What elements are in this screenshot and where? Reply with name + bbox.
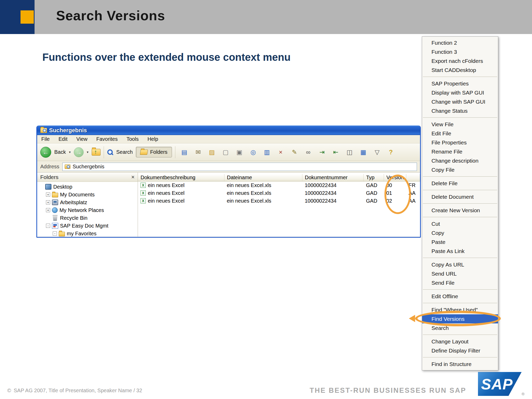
sap-tagline: THE BEST-RUN BUSINESSES RUN SAP bbox=[310, 387, 466, 395]
new-folder-icon[interactable]: ▨ bbox=[208, 148, 216, 156]
address-input[interactable]: Suchergebnis bbox=[62, 163, 417, 171]
menu-separator bbox=[423, 335, 497, 335]
context-menu-item-export-nach-cfolders[interactable]: Export nach cFolders bbox=[422, 56, 498, 65]
context-menu-item-paste[interactable]: Paste bbox=[422, 237, 498, 247]
context-menu-item-change-layout[interactable]: Change Layout bbox=[422, 337, 498, 346]
collapse-icon[interactable]: - bbox=[46, 224, 50, 228]
up-folder-icon[interactable] bbox=[92, 149, 101, 156]
expand-icon[interactable]: + bbox=[46, 192, 50, 197]
tree-item-my-network-places[interactable]: +My Network Places bbox=[37, 206, 138, 214]
context-menu-item-file-properties[interactable]: File Properties bbox=[422, 138, 498, 147]
table-row[interactable]: ein neues Excelein neues Excel.xls100000… bbox=[138, 181, 420, 189]
excel-file-icon bbox=[141, 190, 146, 196]
toolbar-icons: ▤✉▨▢▣◎▥×✎∞⇥⇤◫▦▽? bbox=[181, 148, 395, 156]
filter-icon[interactable]: ▽ bbox=[373, 148, 381, 156]
column-header-typ[interactable]: Typ bbox=[363, 174, 384, 181]
context-menu-item-copy-as-url[interactable]: Copy As URL bbox=[422, 260, 498, 269]
tree-item-desktop[interactable]: Desktop bbox=[37, 183, 138, 191]
tree-item-recycle-bin[interactable]: Recycle Bin bbox=[37, 214, 138, 222]
context-menu-item-delete-file[interactable]: Delete File bbox=[422, 179, 498, 188]
forward-icon[interactable]: → bbox=[74, 147, 84, 157]
preview-icon[interactable]: ◎ bbox=[249, 148, 257, 156]
column-header-extra[interactable] bbox=[406, 174, 420, 181]
context-menu-item-delete-document[interactable]: Delete Document bbox=[422, 192, 498, 201]
folders-button[interactable]: Folders bbox=[136, 147, 172, 157]
sapdoc-icon bbox=[52, 223, 58, 229]
context-menu-item-cut[interactable]: Cut bbox=[422, 219, 498, 228]
delete-icon[interactable]: × bbox=[277, 148, 285, 156]
back-dropdown-icon[interactable]: ▾ bbox=[69, 150, 71, 154]
context-menu-item-edit-offline[interactable]: Edit Offline bbox=[422, 292, 498, 301]
search-icon[interactable] bbox=[107, 149, 113, 155]
context-menu-item-copy[interactable]: Copy bbox=[422, 228, 498, 237]
back-arrow-glyph: ← bbox=[43, 149, 49, 156]
window-titlebar[interactable]: Suchergebnis bbox=[37, 125, 420, 135]
document-description: ein neues Excel bbox=[148, 190, 184, 196]
context-menu-item-copy-file[interactable]: Copy File bbox=[422, 165, 498, 174]
table-cell: 10000022434 bbox=[302, 189, 363, 197]
collapse-icon[interactable]: - bbox=[53, 231, 57, 236]
address-value: Suchergebnis bbox=[72, 164, 104, 170]
tree-label: My Network Places bbox=[59, 207, 104, 213]
menu-favorites[interactable]: Favorites bbox=[96, 136, 118, 142]
expand-icon[interactable]: + bbox=[46, 208, 50, 212]
close-icon[interactable]: × bbox=[131, 174, 135, 180]
tree-label: my Favorites bbox=[67, 231, 96, 237]
document-description: ein neues Excel bbox=[148, 198, 184, 204]
tree-item-my-documents[interactable]: +My Documents bbox=[37, 191, 138, 198]
context-menu-item-start-caddesktop[interactable]: Start CADDesktop bbox=[422, 65, 498, 75]
table-cell: 10000022434 bbox=[302, 181, 363, 189]
context-menu-item-display-with-sap-gui[interactable]: Display with SAP GUI bbox=[422, 88, 498, 97]
context-menu-item-define-display-filter[interactable]: Define Display Filter bbox=[422, 346, 498, 355]
table-row[interactable]: ein neues Excelein neues Excel.xls100000… bbox=[138, 189, 420, 197]
context-menu-item-change-with-sap-gui[interactable]: Change with SAP GUI bbox=[422, 97, 498, 106]
context-menu-item-paste-as-link[interactable]: Paste As Link bbox=[422, 247, 498, 256]
context-menu-item-send-file[interactable]: Send File bbox=[422, 278, 498, 287]
easy-doc-icon[interactable]: ▤ bbox=[181, 148, 188, 156]
context-menu-item-rename-file[interactable]: Rename File bbox=[422, 147, 498, 156]
save-icon[interactable]: ◫ bbox=[346, 148, 354, 156]
checkin-icon[interactable]: ⇤ bbox=[332, 148, 340, 156]
menu-edit[interactable]: Edit bbox=[58, 136, 67, 142]
forward-dropdown-icon[interactable]: ▾ bbox=[87, 150, 89, 154]
context-menu-item-send-url[interactable]: Send URL bbox=[422, 269, 498, 278]
copy-document-icon[interactable]: ▣ bbox=[236, 148, 243, 156]
context-menu-item-change-status[interactable]: Change Status bbox=[422, 106, 498, 115]
menu-file[interactable]: File bbox=[41, 136, 50, 142]
layout-icon[interactable]: ▦ bbox=[360, 148, 367, 156]
help-icon[interactable]: ? bbox=[387, 148, 395, 156]
context-menu-item-sap-properties[interactable]: SAP Properties bbox=[422, 79, 498, 88]
column-header-dokumentbeschreibung[interactable]: Dokumentbeschreibung bbox=[138, 174, 224, 181]
address-search-folder-icon bbox=[65, 164, 70, 169]
context-menu-item-function-3[interactable]: Function 3 bbox=[422, 47, 498, 56]
tree-item-sap-easy-doc-mgmt[interactable]: -SAP Easy Doc Mgmt bbox=[37, 222, 138, 230]
back-button-label[interactable]: Back bbox=[54, 149, 66, 155]
column-header-dateiname[interactable]: Dateiname bbox=[224, 174, 302, 181]
context-menu-item-view-file[interactable]: View File bbox=[422, 120, 498, 129]
table-cell: ein neues Excel.xls bbox=[224, 197, 302, 205]
version-highlight-ellipse bbox=[384, 175, 411, 214]
tree-item-arbeitsplatz[interactable]: +Arbeitsplatz bbox=[37, 198, 138, 206]
search-button-label[interactable]: Search bbox=[116, 149, 133, 155]
expand-icon[interactable]: + bbox=[46, 200, 50, 204]
excel-file-icon bbox=[141, 183, 146, 188]
context-menu-item-create-new-version[interactable]: Create New Version bbox=[422, 206, 498, 215]
computer-icon bbox=[52, 200, 58, 205]
back-icon[interactable]: ← bbox=[40, 147, 51, 158]
versions-icon[interactable]: ▥ bbox=[263, 148, 271, 156]
context-menu-item-change-description[interactable]: Change description bbox=[422, 156, 498, 165]
new-document-icon[interactable]: ▢ bbox=[222, 148, 230, 156]
edit-icon[interactable]: ✎ bbox=[291, 148, 298, 156]
menu-view[interactable]: View bbox=[76, 136, 88, 142]
checkout-icon[interactable]: ⇥ bbox=[318, 148, 326, 156]
table-row[interactable]: ein neues Excelein neues Excel.xls100000… bbox=[138, 197, 420, 205]
link-icon[interactable]: ∞ bbox=[304, 148, 312, 156]
menu-tools[interactable]: Tools bbox=[127, 136, 139, 142]
context-menu-item-find-in-structure[interactable]: Find in Structure bbox=[422, 360, 498, 369]
column-header-dokumentnummer[interactable]: Dokumentnummer bbox=[302, 174, 363, 181]
menu-help[interactable]: Help bbox=[148, 136, 158, 142]
context-menu-item-function-2[interactable]: Function 2 bbox=[422, 38, 498, 47]
mail-icon[interactable]: ✉ bbox=[194, 148, 202, 156]
tree-item-my-favorites[interactable]: -my Favorites bbox=[37, 230, 138, 237]
context-menu-item-edit-file[interactable]: Edit File bbox=[422, 129, 498, 138]
